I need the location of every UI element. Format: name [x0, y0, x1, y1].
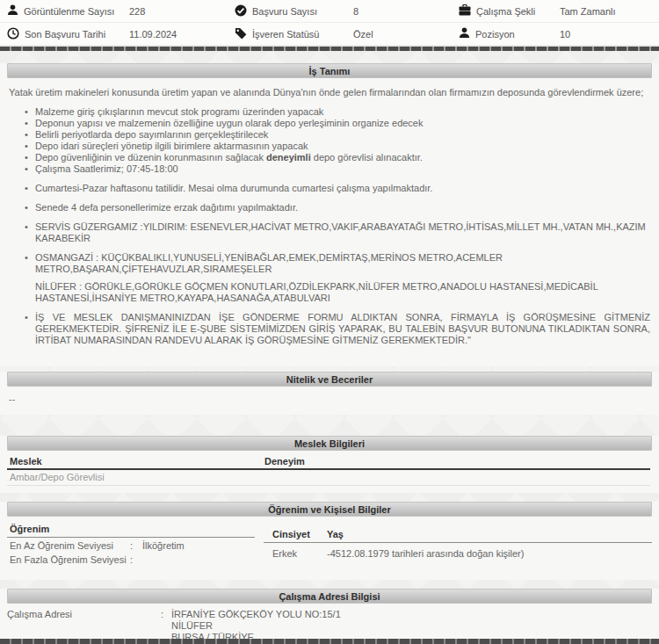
education-min-value: İlköğretim	[142, 540, 255, 551]
list-item: OSMANGAZİ : KÜÇÜKBALIKLI,YUNUSELİ,YENİBA…	[9, 252, 650, 304]
education-heading: Öğrenim	[7, 522, 255, 538]
education-right-block: Cinsiyet Yaş Erkek -4512.08.1979 tarihle…	[264, 529, 652, 559]
list-item: Senede 4 defa personellerimize erzak dağ…	[9, 202, 650, 213]
age-value: -4512.08.1979 tarihleri arasında doğan k…	[327, 548, 652, 559]
pattern-gap	[0, 51, 659, 63]
colon: :	[130, 554, 142, 565]
education-min-label: En Az Öğrenim Seviyesi	[10, 540, 130, 551]
education-max-value	[142, 554, 255, 565]
bullet-text: Depo güvenliğinin ve düzenin korunmasını…	[35, 152, 266, 163]
skills-header: Nitelik ve Beceriler	[7, 372, 652, 387]
bullet-text: depo görevlisi alınacaktır.	[311, 152, 423, 163]
stats-row-2: Son Başvuru Tarihi 11.09.2024 İşveren St…	[0, 23, 659, 46]
list-item: Depo güvenliğinin ve düzenin korunmasını…	[9, 152, 650, 163]
skills-value: --	[0, 387, 659, 415]
list-item: Malzeme giriş çıkışlarının mevcut stok p…	[9, 106, 650, 118]
section-profession: Meslek Bilgileri Meslek Deneyim Ambar/De…	[0, 436, 659, 493]
briefcase-icon	[459, 4, 471, 18]
stat-label-text: Pozisyon	[475, 29, 515, 40]
stat-position-label: Pozisyon	[452, 27, 560, 40]
education-left-block: Öğrenim En Az Öğrenim Seviyesi : İlköğre…	[7, 522, 255, 566]
address-line-2: NİLÜFER	[171, 620, 650, 632]
profession-experience-cell	[264, 472, 650, 482]
education-header: Öğrenim ve Kişisel Bilgiler	[7, 502, 652, 517]
stat-last-apply-label: Son Başvuru Tarihi	[0, 27, 129, 41]
bottom-divider-bar	[0, 639, 659, 644]
profession-table-head: Meslek Deneyim	[7, 454, 650, 470]
check-circle-icon	[235, 4, 247, 18]
address-line-1: İRFANİYE GÖKÇEKÖY YOLU NO:15/1	[171, 609, 650, 620]
person-icon	[459, 27, 470, 40]
pattern-gap	[0, 415, 659, 436]
stat-work-type-label: Çalışma Şekli	[452, 4, 560, 18]
bullet-nilufer-line: NİLÜFER : GÖRÜKLE,GÖRÜKLE GÖÇMEN KONUTLA…	[35, 281, 650, 304]
stat-employer-status-value: Özel	[353, 29, 452, 40]
stat-last-apply-value: 11.09.2024	[129, 29, 228, 40]
education-min-row: En Az Öğrenim Seviyesi : İlköğretim	[7, 538, 255, 552]
colon: :	[130, 540, 142, 551]
list-item: Deponun yapısı ve malzemenin özelliğine …	[9, 118, 650, 129]
list-item: Depo idari süreçleri yönetip ilgili biri…	[9, 141, 650, 152]
stat-label-text: İşveren Statüsü	[252, 29, 319, 40]
clock-icon	[7, 27, 19, 41]
list-item: Cumartesi-Pazar haftasonu tatilidir. Mes…	[9, 183, 650, 194]
education-max-row: En Fazla Öğrenim Seviyesi :	[7, 552, 255, 566]
gender-age-head: Cinsiyet Yaş	[264, 529, 652, 543]
bullet-osmangazi-line: OSMANGAZİ : KÜÇÜKBALIKLI,YUNUSELİ,YENİBA…	[35, 252, 650, 275]
job-intro-text: Yatak üretim makineleri konusunda üretim…	[9, 87, 650, 98]
column-header-cinsiyet: Cinsiyet	[272, 529, 327, 539]
gender-value: Erkek	[272, 548, 327, 559]
stat-label-text: Son Başvuru Tarihi	[25, 29, 105, 40]
list-item: Belirli periyotlarda depo sayımlarının g…	[9, 129, 650, 141]
gender-age-row: Erkek -4512.08.1979 tarihleri arasında d…	[264, 543, 652, 559]
list-item: Çalışma Saatlerimiz; 07:45-18:00	[9, 163, 650, 175]
list-item: SERVİS GÜZERGAMIZ :YILDIRIM: ESENEVLER,H…	[9, 221, 650, 244]
stat-apply-count-value: 8	[353, 6, 452, 17]
column-header-deneyim: Deneyim	[264, 456, 650, 467]
job-bullet-list-spaced: Cumartesi-Pazar haftasonu tatilidir. Mes…	[9, 183, 650, 346]
stat-employer-status-label: İşveren Statüsü	[228, 27, 353, 41]
stat-work-type-value: Tam Zamanlı	[560, 6, 659, 17]
column-header-meslek: Meslek	[10, 456, 264, 467]
person-icon	[7, 4, 18, 18]
table-row: Ambar/Depo Görevlisi	[7, 470, 650, 486]
work-address-header: Çalışma Adresi Bilgisi	[7, 589, 652, 604]
column-header-yas: Yaş	[327, 529, 652, 539]
section-job-description: İş Tanımı Yatak üretim makineleri konusu…	[0, 63, 659, 366]
education-max-label: En Fazla Öğrenim Seviyesi	[10, 554, 130, 565]
profession-name-cell: Ambar/Depo Görevlisi	[10, 472, 264, 482]
stat-label-text: Çalışma Şekli	[476, 6, 535, 17]
job-description-content: Yatak üretim makineleri konusunda üretim…	[0, 78, 659, 366]
stat-label-text: Başvuru Sayısı	[252, 6, 317, 17]
education-content: Öğrenim En Az Öğrenim Seviyesi : İlköğre…	[0, 517, 659, 580]
stat-label-text: Görüntülenme Sayısı	[24, 6, 114, 17]
section-education: Öğrenim ve Kişisel Bilgiler Öğrenim En A…	[0, 502, 659, 580]
stats-table: Görüntülenme Sayısı 228 Başvuru Sayısı 8…	[0, 0, 659, 47]
profession-header: Meslek Bilgileri	[7, 436, 652, 451]
stat-position-value: 10	[560, 29, 659, 40]
profession-table: Meslek Deneyim Ambar/Depo Görevlisi	[0, 454, 659, 493]
stats-row-1: Görüntülenme Sayısı 228 Başvuru Sayısı 8…	[0, 0, 659, 23]
bullet-bold-text: deneyimli	[266, 152, 311, 163]
list-item: İŞ VE MESLEK DANIŞMANINIZDAN İŞE GÖNDERM…	[9, 312, 650, 346]
section-work-address: Çalışma Adresi Bilgisi Çalışma Adresi : …	[0, 589, 659, 644]
job-description-header: İş Tanımı	[7, 63, 652, 78]
stat-view-count-label: Görüntülenme Sayısı	[0, 4, 129, 18]
stat-view-count-value: 228	[129, 6, 228, 17]
tag-icon	[235, 27, 247, 41]
section-skills: Nitelik ve Beceriler --	[0, 372, 659, 415]
job-bullet-list-tight: Malzeme giriş çıkışlarının mevcut stok p…	[9, 106, 650, 175]
stat-apply-count-label: Başvuru Sayısı	[228, 4, 353, 18]
